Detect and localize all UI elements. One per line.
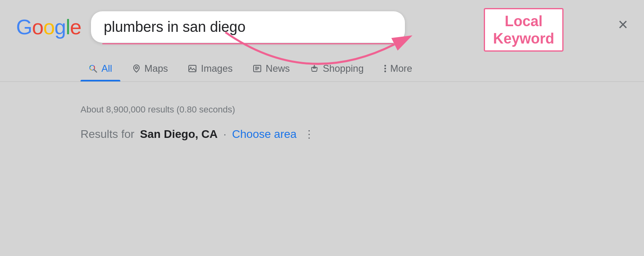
header: Google plumbers in san diego Local Keywo… [0,0,644,43]
logo-letter-o2: o [43,15,54,39]
logo-letter-o1: o [32,15,43,39]
svg-rect-13 [255,66,257,68]
images-icon [188,65,197,73]
annotation-label: Local Keyword [493,12,554,47]
more-dots-icon [384,64,386,73]
nav-item-shopping[interactable]: Shopping [302,58,372,81]
svg-point-14 [384,65,386,67]
close-button[interactable]: × [618,16,628,33]
search-icon [89,64,97,73]
nav-item-more[interactable]: More [376,58,421,81]
search-highlight-line [102,43,394,44]
results-count: About 8,900,000 results (0.80 seconds) [80,104,628,115]
choose-area-link[interactable]: Choose area [232,128,297,141]
nav-item-maps[interactable]: Maps [124,58,176,81]
shopping-icon [310,64,319,73]
google-logo: Google [16,15,81,39]
search-bar[interactable]: plumbers in san diego [91,11,405,43]
logo-letter-g2: g [54,15,66,39]
maps-icon [132,64,140,73]
search-query-text: plumbers in san diego [104,19,246,35]
logo-letter-g: G [16,15,32,39]
nav-label-news: News [266,63,290,74]
svg-rect-7 [189,65,196,72]
nav-item-images[interactable]: Images [180,58,241,81]
results-location-city: San Diego, CA [140,128,218,141]
svg-point-6 [135,67,137,69]
results-location-prefix: Results for [80,128,134,141]
results-options-dots[interactable]: ⋮ [304,128,315,141]
search-bar-wrapper: plumbers in san diego [91,11,405,43]
annotation-box: Local Keyword [484,8,564,52]
results-location: Results for San Diego, CA · Choose area … [80,128,628,141]
nav-label-images: Images [201,63,233,74]
nav-item-all[interactable]: All [80,58,120,81]
nav-label-shopping: Shopping [323,63,363,74]
results-location-separator: · [223,128,227,141]
svg-point-16 [384,71,386,72]
results-section: About 8,900,000 results (0.80 seconds) R… [0,82,644,141]
logo-letter-e: e [70,15,81,39]
svg-point-15 [384,68,386,69]
svg-line-5 [94,70,97,73]
nav-label-all: All [101,63,112,74]
nav-label-maps: Maps [144,63,168,74]
nav-bar: All Maps Images [0,49,644,82]
nav-label-more: More [390,63,413,74]
logo-letter-l: l [66,15,70,39]
news-icon [253,65,262,73]
nav-item-news[interactable]: News [245,58,298,81]
